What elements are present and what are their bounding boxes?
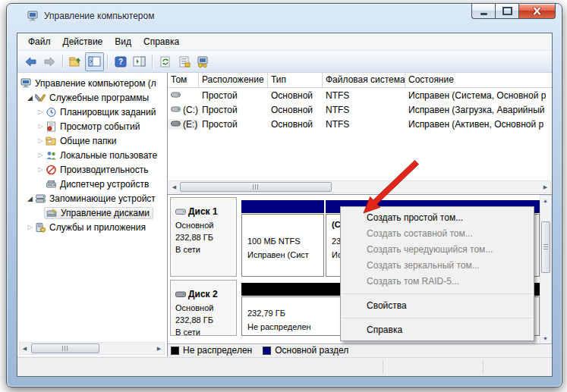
column-volume[interactable]: Том — [168, 73, 199, 87]
tree-item-storage[interactable]: ◢ Запоминающие устройст — [17, 191, 167, 205]
tree-item-label: Управление компьютером (л — [35, 78, 156, 89]
volume-row[interactable]: (C:) Простой Основной NTFS Исправен (Заг… — [168, 102, 552, 117]
column-filesystem[interactable]: Файловая система — [323, 73, 405, 87]
menu-item-properties[interactable]: Свойства — [341, 298, 534, 314]
context-menu: Создать простой том... Создать составной… — [340, 206, 534, 341]
help-button[interactable]: ? — [111, 52, 130, 71]
computer-icon — [20, 78, 32, 89]
scroll-up-icon[interactable]: ▲ — [540, 196, 550, 205]
volume-list-pane: Том Расположение Тип Файловая система Со… — [168, 73, 552, 195]
tree-item-task-scheduler[interactable]: ▷ Планировщик заданий — [17, 105, 167, 119]
tree-item-performance[interactable]: ▷ Производительность — [17, 162, 167, 177]
menu-item-new-spanned-volume: Создать составной том... — [341, 226, 534, 242]
tree-item-label: Просмотр событий — [60, 121, 140, 132]
console-tree-button[interactable] — [85, 52, 104, 71]
thumb-grip — [543, 244, 548, 250]
disk-2-header[interactable]: Диск 2 Основной 232,88 ГБ В сети — [170, 280, 237, 336]
tree-item-shared-folders[interactable]: ▷ Общие папки — [17, 133, 167, 148]
expander-expanded-icon[interactable]: ◢ — [25, 94, 35, 102]
scrollbar-thumb[interactable] — [31, 343, 99, 353]
tree-item-label: Производительность — [60, 165, 148, 175]
expander-expanded-icon[interactable]: ◢ — [25, 195, 35, 202]
menubar: Файл Действие Вид Справка — [17, 33, 552, 51]
close-icon — [532, 7, 542, 15]
disk-type: Основной — [175, 302, 236, 314]
action-pane-button[interactable] — [130, 52, 149, 71]
legend-primary-partition: Основной раздел — [263, 345, 348, 356]
column-type[interactable]: Тип — [268, 73, 323, 87]
manage-button[interactable] — [194, 52, 213, 71]
toolbar-separator — [62, 55, 63, 68]
volume-status: Исправен (Система, Основной р — [405, 90, 546, 101]
volume-row[interactable]: (E:) Простой Основной NTFS Исправен (Акт… — [168, 117, 552, 131]
legend-bar: Не распределен Основной раздел — [168, 343, 552, 356]
tree-item-event-viewer[interactable]: ▷ Просмотр событий — [17, 119, 167, 133]
expander-collapsed-icon[interactable]: ▷ — [36, 108, 46, 115]
column-layout[interactable]: Расположение — [199, 73, 268, 87]
column-status[interactable]: Состояние — [405, 73, 552, 87]
properties-button[interactable] — [175, 52, 194, 71]
partition-size: 100 МБ NTFS — [247, 234, 323, 248]
tree-item-system-tools[interactable]: ◢ Служебные программы — [17, 90, 167, 105]
volume-icon — [171, 92, 181, 99]
menu-item-new-simple-volume[interactable]: Создать простой том... — [341, 210, 534, 226]
storage-icon — [35, 193, 46, 204]
expander-collapsed-icon[interactable]: ▷ — [36, 123, 46, 130]
maximize-button[interactable] — [495, 4, 518, 19]
refresh-icon — [159, 56, 172, 67]
volume-icon — [171, 106, 181, 113]
svg-text:?: ? — [118, 58, 122, 66]
statusbar-divider — [383, 360, 383, 374]
back-button[interactable] — [21, 52, 40, 71]
expander-collapsed-icon[interactable]: ▷ — [36, 166, 46, 173]
menu-separator — [342, 318, 532, 318]
scroll-left-icon[interactable]: ◀ — [169, 182, 179, 192]
scroll-right-icon[interactable]: ▶ — [154, 343, 164, 353]
console-tree-panel: Управление компьютером (л ◢ Служебные пр… — [17, 73, 168, 356]
tree-item-local-users[interactable]: ▷ Локальные пользовате — [17, 148, 167, 162]
menu-item-help[interactable]: Справка — [341, 322, 534, 338]
disk-1-header[interactable]: Диск 1 Основной 232,88 ГБ В сети — [170, 197, 237, 277]
disk-icon — [175, 291, 186, 298]
tree-horizontal-scrollbar[interactable]: ◀ ▶ — [19, 342, 165, 355]
tree-item-device-manager[interactable]: Диспетчер устройств — [17, 177, 167, 191]
properties-icon — [178, 56, 191, 67]
scrollbar-thumb[interactable] — [541, 221, 550, 273]
expander-collapsed-icon[interactable]: ▷ — [25, 224, 35, 230]
menu-file[interactable]: Файл — [22, 35, 57, 49]
scrollbar-thumb[interactable] — [180, 182, 332, 192]
volume-fs: NTFS — [323, 90, 405, 101]
menu-action[interactable]: Действие — [57, 35, 109, 49]
volume-row[interactable]: Простой Основной NTFS Исправен (Система,… — [168, 88, 552, 102]
scroll-left-icon[interactable]: ◀ — [20, 343, 30, 353]
disk-name: Диск 2 — [188, 288, 218, 300]
close-button[interactable] — [518, 4, 556, 19]
tree-item-computer-management[interactable]: Управление компьютером (л — [17, 76, 167, 90]
computer-management-window: Управление компьютером Файл Действие Вид… — [6, 3, 562, 387]
menu-separator — [342, 293, 532, 294]
disk-size: 232,88 ГБ — [175, 231, 236, 243]
minimize-button[interactable] — [471, 4, 495, 19]
forward-button[interactable] — [40, 52, 59, 71]
device-manager-icon — [46, 179, 57, 190]
menu-view[interactable]: Вид — [109, 35, 137, 49]
graph-vertical-scrollbar[interactable]: ▲ ▼ — [540, 195, 552, 344]
scroll-right-icon[interactable]: ▶ — [540, 182, 550, 192]
status-bar — [17, 357, 552, 376]
tree-item-services[interactable]: ▷ Службы и приложения — [17, 220, 167, 234]
up-level-button[interactable] — [66, 52, 85, 71]
volume-horizontal-scrollbar[interactable]: ◀ ▶ — [169, 180, 551, 193]
volume-type: Основной — [268, 105, 323, 115]
expander-collapsed-icon[interactable]: ▷ — [36, 152, 46, 158]
titlebar[interactable]: Управление компьютером — [7, 4, 562, 28]
tree-item-disk-management[interactable]: Управление дисками — [17, 205, 167, 220]
menu-help[interactable]: Справка — [137, 35, 185, 49]
disk-1-partition-1[interactable]: 100 МБ NTFS Исправен (Сист — [241, 197, 324, 277]
menu-item-new-raid5-volume: Создать том RAID-5... — [341, 274, 534, 290]
scroll-down-icon[interactable]: ▼ — [540, 334, 550, 343]
statusbar-divider — [483, 360, 484, 374]
console-tree-icon — [88, 56, 101, 67]
disk-type: Основной — [175, 219, 236, 231]
refresh-button[interactable] — [156, 52, 175, 71]
expander-collapsed-icon[interactable]: ▷ — [36, 137, 46, 144]
